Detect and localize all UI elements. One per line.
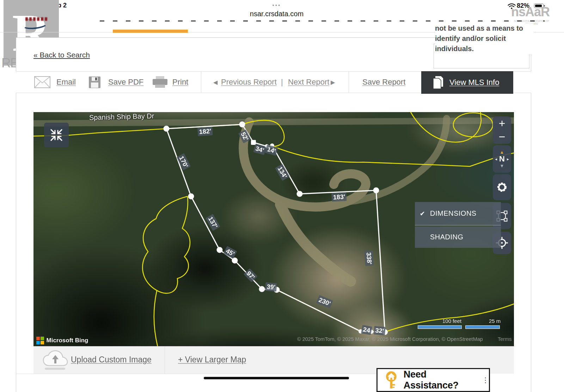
compass-down-arrow[interactable]: ▼ [500,164,504,168]
zoom-in-button[interactable]: + [499,117,505,130]
dimension-label: 338' [364,251,374,266]
map-copyright: © 2025 TomTom, © 2025 Maxar, © 2025 Micr… [297,336,483,342]
cloud-upload-icon[interactable] [43,350,68,368]
email-button[interactable] [34,72,50,93]
property-boundary [166,124,385,332]
footer-divider [165,347,165,374]
obscured-nav-text [100,20,545,22]
upload-custom-image-link[interactable]: Upload Custom Image [71,355,152,365]
zoom-control[interactable]: + − [493,116,511,144]
road-label: Spanish Ship Bay Dr [89,112,154,122]
map-provider-label: Microsoft Bing [47,337,88,344]
print-label-wrap[interactable]: Print [172,72,188,93]
save-pdf-button[interactable] [89,72,100,93]
shading-toggle[interactable]: SHADING [415,226,501,248]
email-icon [34,76,50,88]
print-label[interactable]: Print [172,78,188,87]
map-provider: Microsoft Bing [36,337,88,344]
disclaimer-line: individuals. [435,44,534,54]
browser-menu-dots[interactable]: ••• [263,2,291,8]
map-settings-button[interactable] [493,174,511,200]
scale-meters-label: 25 m [489,318,501,324]
view-larger-map-link[interactable]: + View Larger Map [178,355,246,365]
nsar-logo: nsAaR [511,6,550,18]
report-toolbar: Email Save PDF Print ◀ [16,71,531,93]
save-report-link[interactable]: Save Report [362,72,405,93]
microsoft-logo-icon [36,337,44,344]
print-icon [153,76,167,88]
map-terms-link[interactable]: Terms [498,336,511,342]
compass-control[interactable]: ▲ ◄ N ► ▼ [493,145,511,173]
previous-report-link[interactable]: Previous Report [221,72,277,93]
compass-north[interactable]: N [499,154,505,164]
need-assistance-label[interactable]: Need Assistance? [404,369,476,391]
report-nav-separator: | [281,72,283,93]
need-assistance-button[interactable]: Need Assistance? ⋮ [376,368,490,392]
disclaimer-line: identify and/or solicit [435,33,534,44]
shading-toggle-label[interactable]: SHADING [430,233,464,241]
scale-bar-meters [465,325,500,329]
save-report-label[interactable]: Save Report [362,78,405,87]
disclaimer-line: not be used as a means to [435,23,534,33]
compass-up-arrow[interactable]: ▲ [500,150,504,154]
key-icon [385,369,398,391]
next-arrow-icon[interactable]: ▶ [331,72,335,93]
previous-report-label[interactable]: Previous Report [221,78,277,87]
previous-arrow-icon[interactable]: ◀ [213,72,217,93]
dimension-label: 39' [265,282,277,292]
next-report-label[interactable]: Next Report [288,78,329,87]
card-bottom-line [16,374,376,374]
dimensions-toggle-label[interactable]: DIMENSIONS [430,209,477,218]
email-label[interactable]: Email [56,78,76,87]
gear-icon [496,181,508,194]
compass-right-arrow[interactable]: ► [506,157,510,161]
zoom-out-button[interactable]: − [499,130,505,143]
view-mls-info-label[interactable]: View MLS Info [449,78,499,87]
save-pdf-icon [89,76,100,88]
document-pages-icon [433,76,444,89]
screen: 8:02 PM Sun Feb 2 ••• nsar.crsdata.com 8… [0,0,564,392]
email-label-wrap[interactable]: Email [56,72,76,93]
collapse-icon [49,128,64,142]
scale-bar-feet [418,325,462,329]
collapse-map-button[interactable] [44,123,69,147]
address-bar[interactable]: nsar.crsdata.com [212,10,342,18]
save-pdf-label[interactable]: Save PDF [108,78,143,87]
dimensions-toggle[interactable]: ✔ DIMENSIONS [415,202,501,226]
property-map[interactable]: Spanish Ship Bay Dr 182'52'34'14'134'183… [33,112,514,346]
view-mls-info-button[interactable]: View MLS Info [421,71,513,94]
compass-left-arrow[interactable]: ◄ [494,157,498,161]
print-button[interactable] [153,72,167,93]
back-to-search-link[interactable]: « Back to Search [33,51,90,59]
home-indicator[interactable] [204,377,349,379]
scale-feet-label: 100 feet [442,318,461,324]
checkmark-icon: ✔ [415,210,430,218]
active-tab-indicator [113,30,188,33]
dimension-label: 182' [197,127,213,136]
next-report-link[interactable]: Next Report [288,72,329,93]
dimension-label: 32' [374,326,386,336]
disclaimer-text: not be used as a means to identify and/o… [435,23,534,54]
save-pdf-label-wrap[interactable]: Save PDF [108,72,143,93]
assistance-menu-dots[interactable]: ⋮ [482,376,489,384]
cloud-icon-shadow [45,368,65,370]
dimension-label: 24 [361,325,372,335]
dimension-label: 183' [331,192,347,202]
